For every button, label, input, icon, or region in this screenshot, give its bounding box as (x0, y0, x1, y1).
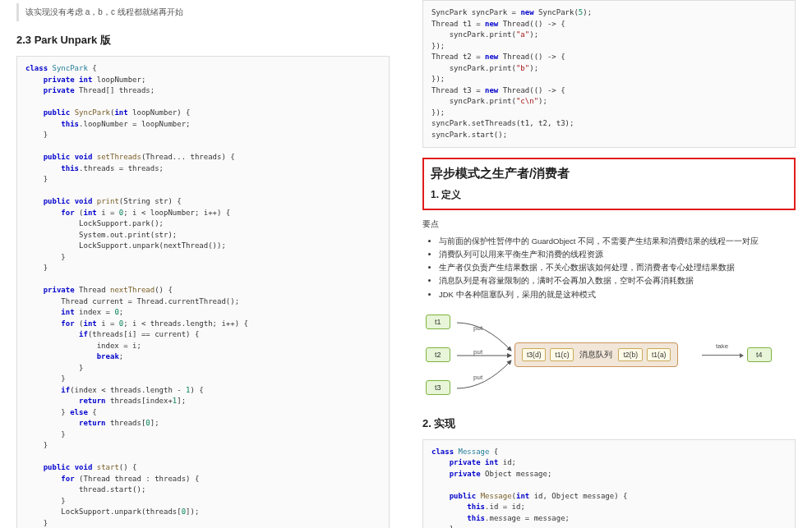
impl-heading: 2. 实现 (422, 416, 796, 431)
list-item: JDK 中各种阻塞队列，采用的就是这种模式 (439, 288, 796, 301)
take-arrow (702, 355, 743, 356)
node-t4: t4 (747, 347, 772, 362)
producer-consumer-heading: 异步模式之生产者/消费者 (431, 166, 787, 181)
points-list: 与前面的保护性暂停中的 GuardObject 不同，不需要产生结果和消费结果的… (422, 235, 796, 301)
queue-slot-t2b: t2(b) (618, 348, 642, 361)
list-item: 消费队列可以用来平衡生产和消费的线程资源 (439, 248, 796, 261)
node-t3: t3 (426, 380, 450, 395)
message-queue: t3(d) t1(c) 消息队列 t2(b) t1(a) (514, 342, 678, 367)
left-column: 该实现没有考虑 a，b，c 线程都就绪再开始 2.3 Park Unpark 版… (0, 0, 406, 528)
list-item: 生产者仅负责产生结果数据，不关心数据该如何处理，而消费者专心处理结果数据 (439, 261, 796, 274)
note-blockquote: 该实现没有考虑 a，b，c 线程都就绪再开始 (16, 3, 390, 21)
note-text: 该实现没有考虑 a，b，c 线程都就绪再开始 (25, 7, 183, 16)
producer-consumer-diagram: t1 t2 t3 put put put t3(d) t1(c) 消息队列 t2… (422, 310, 792, 408)
queue-text-label: 消息队列 (579, 349, 612, 360)
node-t2: t2 (426, 347, 450, 362)
right-column: SyncPark syncPark = new SyncPark(5); Thr… (406, 0, 812, 528)
edge-take: take (716, 342, 728, 350)
queue-slot-t1c: t1(c) (550, 348, 574, 361)
list-item: 消息队列是有容量限制的，满时不会再加入数据，空时不会再消耗数据 (439, 274, 796, 287)
section-title-park-unpark: 2.3 Park Unpark 版 (16, 33, 390, 48)
code-block-syncpark: class SyncPark { private int loopNumber;… (16, 56, 390, 528)
node-t1: t1 (426, 315, 450, 329)
queue-slot-t3d: t3(d) (522, 348, 546, 361)
definition-heading: 1. 定义 (431, 188, 787, 202)
code-block-usage: SyncPark syncPark = new SyncPark(5); Thr… (422, 0, 796, 148)
list-item: 与前面的保护性暂停中的 GuardObject 不同，不需要产生结果和消费结果的… (439, 235, 796, 248)
queue-slot-t1a: t1(a) (647, 348, 671, 361)
code-block-message: class Message { private int id; private … (422, 439, 796, 528)
red-highlight-box: 异步模式之生产者/消费者 1. 定义 (422, 158, 796, 210)
points-label: 要点 (422, 218, 796, 230)
